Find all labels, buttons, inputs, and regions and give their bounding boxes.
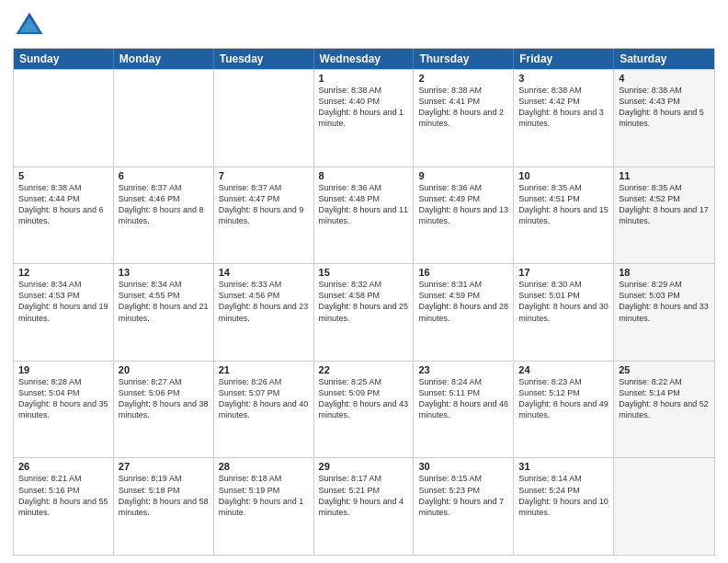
- calendar-cell: 24Sunrise: 8:23 AM Sunset: 5:12 PM Dayli…: [514, 362, 614, 458]
- day-number: 26: [18, 461, 108, 472]
- day-number: 8: [319, 170, 409, 181]
- cell-text: Sunrise: 8:22 AM Sunset: 5:14 PM Dayligh…: [619, 376, 710, 421]
- day-number: 24: [518, 364, 609, 375]
- calendar: SundayMondayTuesdayWednesdayThursdayFrid…: [13, 48, 715, 556]
- calendar-cell: 21Sunrise: 8:26 AM Sunset: 5:07 PM Dayli…: [214, 362, 314, 458]
- cell-text: Sunrise: 8:38 AM Sunset: 4:41 PM Dayligh…: [418, 85, 508, 130]
- day-number: 30: [418, 461, 508, 472]
- cell-text: Sunrise: 8:19 AM Sunset: 5:18 PM Dayligh…: [119, 473, 209, 518]
- logo: [13, 9, 50, 42]
- calendar-cell: 14Sunrise: 8:33 AM Sunset: 4:56 PM Dayli…: [214, 264, 314, 361]
- calendar-header-cell: Thursday: [414, 49, 514, 69]
- cell-text: Sunrise: 8:24 AM Sunset: 5:11 PM Dayligh…: [418, 376, 508, 421]
- day-number: 12: [18, 267, 108, 278]
- cell-text: Sunrise: 8:34 AM Sunset: 4:53 PM Dayligh…: [18, 279, 108, 324]
- calendar-cell: 7Sunrise: 8:37 AM Sunset: 4:47 PM Daylig…: [214, 167, 314, 264]
- calendar-cell: 27Sunrise: 8:19 AM Sunset: 5:18 PM Dayli…: [114, 458, 214, 555]
- calendar-cell: [14, 70, 114, 167]
- day-number: 27: [119, 461, 209, 472]
- cell-text: Sunrise: 8:38 AM Sunset: 4:40 PM Dayligh…: [319, 85, 409, 130]
- calendar-header: SundayMondayTuesdayWednesdayThursdayFrid…: [14, 49, 714, 69]
- cell-text: Sunrise: 8:36 AM Sunset: 4:48 PM Dayligh…: [319, 182, 409, 227]
- logo-icon: [13, 9, 46, 42]
- cell-text: Sunrise: 8:27 AM Sunset: 5:06 PM Dayligh…: [119, 376, 209, 421]
- cell-text: Sunrise: 8:18 AM Sunset: 5:19 PM Dayligh…: [219, 473, 309, 518]
- calendar-cell: 12Sunrise: 8:34 AM Sunset: 4:53 PM Dayli…: [14, 264, 114, 361]
- calendar-header-cell: Monday: [114, 49, 214, 69]
- day-number: 3: [518, 73, 609, 84]
- calendar-cell: 29Sunrise: 8:17 AM Sunset: 5:21 PM Dayli…: [314, 458, 415, 555]
- day-number: 6: [119, 170, 209, 181]
- calendar-cell: 10Sunrise: 8:35 AM Sunset: 4:51 PM Dayli…: [514, 167, 614, 264]
- calendar-cell: 16Sunrise: 8:31 AM Sunset: 4:59 PM Dayli…: [414, 264, 514, 361]
- calendar-cell: 11Sunrise: 8:35 AM Sunset: 4:52 PM Dayli…: [614, 167, 714, 264]
- calendar-cell: 28Sunrise: 8:18 AM Sunset: 5:19 PM Dayli…: [214, 458, 314, 555]
- day-number: 5: [18, 170, 108, 181]
- cell-text: Sunrise: 8:31 AM Sunset: 4:59 PM Dayligh…: [418, 279, 508, 324]
- calendar-cell: 9Sunrise: 8:36 AM Sunset: 4:49 PM Daylig…: [414, 167, 514, 264]
- cell-text: Sunrise: 8:35 AM Sunset: 4:51 PM Dayligh…: [518, 182, 609, 227]
- calendar-cell: 13Sunrise: 8:34 AM Sunset: 4:55 PM Dayli…: [114, 264, 214, 361]
- calendar-row: 12Sunrise: 8:34 AM Sunset: 4:53 PM Dayli…: [14, 263, 714, 361]
- calendar-cell: 1Sunrise: 8:38 AM Sunset: 4:40 PM Daylig…: [314, 70, 415, 167]
- cell-text: Sunrise: 8:38 AM Sunset: 4:44 PM Dayligh…: [18, 182, 108, 227]
- day-number: 18: [619, 267, 710, 278]
- cell-text: Sunrise: 8:28 AM Sunset: 5:04 PM Dayligh…: [18, 376, 108, 421]
- day-number: 15: [319, 267, 409, 278]
- day-number: 28: [219, 461, 309, 472]
- cell-text: Sunrise: 8:30 AM Sunset: 5:01 PM Dayligh…: [518, 279, 609, 324]
- cell-text: Sunrise: 8:37 AM Sunset: 4:47 PM Dayligh…: [219, 182, 309, 227]
- cell-text: Sunrise: 8:34 AM Sunset: 4:55 PM Dayligh…: [119, 279, 209, 324]
- calendar-header-cell: Tuesday: [214, 49, 314, 69]
- calendar-cell: 18Sunrise: 8:29 AM Sunset: 5:03 PM Dayli…: [614, 264, 714, 361]
- day-number: 1: [319, 73, 409, 84]
- day-number: 16: [418, 267, 508, 278]
- cell-text: Sunrise: 8:35 AM Sunset: 4:52 PM Dayligh…: [619, 182, 710, 227]
- calendar-cell: [114, 70, 214, 167]
- day-number: 21: [219, 364, 309, 375]
- day-number: 11: [619, 170, 710, 181]
- calendar-cell: 23Sunrise: 8:24 AM Sunset: 5:11 PM Dayli…: [414, 362, 514, 458]
- calendar-cell: 15Sunrise: 8:32 AM Sunset: 4:58 PM Dayli…: [314, 264, 415, 361]
- day-number: 29: [319, 461, 409, 472]
- cell-text: Sunrise: 8:36 AM Sunset: 4:49 PM Dayligh…: [418, 182, 508, 227]
- calendar-cell: 5Sunrise: 8:38 AM Sunset: 4:44 PM Daylig…: [14, 167, 114, 264]
- calendar-row: 19Sunrise: 8:28 AM Sunset: 5:04 PM Dayli…: [14, 361, 714, 458]
- calendar-header-cell: Sunday: [14, 49, 114, 69]
- calendar-row: 1Sunrise: 8:38 AM Sunset: 4:40 PM Daylig…: [14, 69, 714, 167]
- calendar-header-cell: Wednesday: [314, 49, 415, 69]
- day-number: 19: [18, 364, 108, 375]
- calendar-cell: 30Sunrise: 8:15 AM Sunset: 5:23 PM Dayli…: [414, 458, 514, 555]
- calendar-header-cell: Friday: [514, 49, 614, 69]
- calendar-cell: 20Sunrise: 8:27 AM Sunset: 5:06 PM Dayli…: [114, 362, 214, 458]
- calendar-cell: 2Sunrise: 8:38 AM Sunset: 4:41 PM Daylig…: [414, 70, 514, 167]
- calendar-cell: [214, 70, 314, 167]
- cell-text: Sunrise: 8:37 AM Sunset: 4:46 PM Dayligh…: [119, 182, 209, 227]
- cell-text: Sunrise: 8:23 AM Sunset: 5:12 PM Dayligh…: [518, 376, 609, 421]
- day-number: 14: [219, 267, 309, 278]
- cell-text: Sunrise: 8:15 AM Sunset: 5:23 PM Dayligh…: [418, 473, 508, 518]
- cell-text: Sunrise: 8:21 AM Sunset: 5:16 PM Dayligh…: [18, 473, 108, 518]
- header: [13, 9, 715, 42]
- calendar-cell: 6Sunrise: 8:37 AM Sunset: 4:46 PM Daylig…: [114, 167, 214, 264]
- day-number: 22: [319, 364, 409, 375]
- page: SundayMondayTuesdayWednesdayThursdayFrid…: [0, 0, 728, 563]
- cell-text: Sunrise: 8:14 AM Sunset: 5:24 PM Dayligh…: [518, 473, 609, 518]
- calendar-cell: 25Sunrise: 8:22 AM Sunset: 5:14 PM Dayli…: [614, 362, 714, 458]
- calendar-cell: 19Sunrise: 8:28 AM Sunset: 5:04 PM Dayli…: [14, 362, 114, 458]
- calendar-cell: 31Sunrise: 8:14 AM Sunset: 5:24 PM Dayli…: [514, 458, 614, 555]
- day-number: 23: [418, 364, 508, 375]
- day-number: 25: [619, 364, 710, 375]
- calendar-header-cell: Saturday: [614, 49, 714, 69]
- day-number: 7: [219, 170, 309, 181]
- calendar-cell: 4Sunrise: 8:38 AM Sunset: 4:43 PM Daylig…: [614, 70, 714, 167]
- calendar-body: 1Sunrise: 8:38 AM Sunset: 4:40 PM Daylig…: [14, 69, 714, 555]
- calendar-cell: 26Sunrise: 8:21 AM Sunset: 5:16 PM Dayli…: [14, 458, 114, 555]
- day-number: 10: [518, 170, 609, 181]
- cell-text: Sunrise: 8:33 AM Sunset: 4:56 PM Dayligh…: [219, 279, 309, 324]
- day-number: 13: [119, 267, 209, 278]
- cell-text: Sunrise: 8:38 AM Sunset: 4:42 PM Dayligh…: [518, 85, 609, 130]
- calendar-row: 5Sunrise: 8:38 AM Sunset: 4:44 PM Daylig…: [14, 167, 714, 264]
- day-number: 31: [518, 461, 609, 472]
- day-number: 17: [518, 267, 609, 278]
